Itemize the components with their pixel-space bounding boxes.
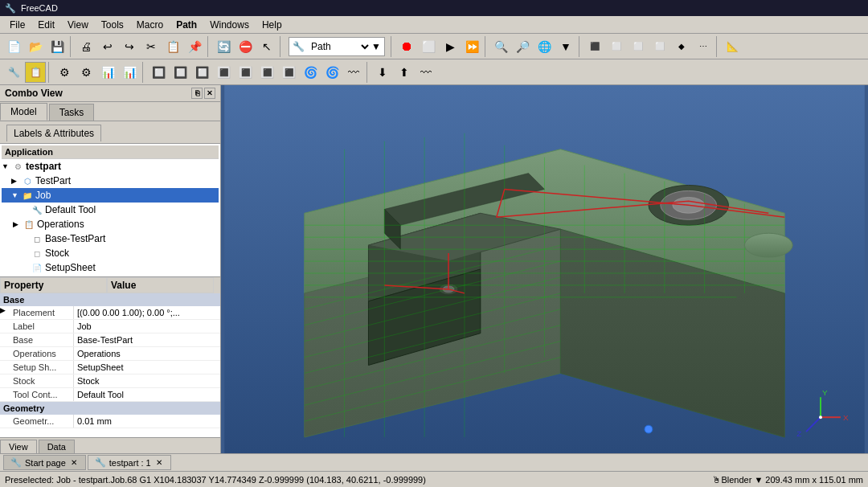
path-tb-1[interactable]: 🔧 — [3, 62, 24, 83]
path-tb-8[interactable]: 🔲 — [170, 62, 190, 83]
cut-button[interactable]: ✂ — [141, 36, 162, 57]
combo-float-button[interactable]: ⎘ — [191, 88, 203, 99]
tree-item-testpart[interactable]: ▼ ⚙ testpart — [2, 159, 219, 174]
path-tb-18[interactable]: ⬆ — [394, 62, 415, 83]
testpart-icon: 🔧 — [95, 457, 106, 468]
path-select[interactable]: Path — [308, 40, 371, 53]
path-tb-2[interactable]: 📋 — [25, 62, 46, 83]
path-tb-13[interactable]: 🔳 — [278, 62, 299, 83]
tree-item-operations[interactable]: ▶ 📋 Operations — [2, 217, 219, 231]
path-tb-9[interactable]: 🔲 — [191, 62, 212, 83]
path-tb-19[interactable]: 〰 — [416, 62, 436, 83]
path-tb-14[interactable]: 🌀 — [300, 62, 321, 83]
expand-arrow-testpart: ▼ — [2, 162, 11, 170]
testpart-close-button[interactable]: ✕ — [154, 458, 164, 468]
dropdown-arrow-icon: ▼ — [371, 41, 381, 52]
view-home-button[interactable]: ⬛ — [584, 36, 605, 57]
view-front-button[interactable]: ⬜ — [606, 36, 627, 57]
tb2-sep-3 — [366, 62, 370, 83]
path-dropdown[interactable]: 🔧 Path ▼ — [289, 37, 385, 56]
start-page-close-button[interactable]: ✕ — [69, 458, 79, 468]
menu-windows[interactable]: Windows — [203, 18, 256, 32]
stock-prop-icon — [0, 374, 10, 387]
3d-scene: X Y Z — [221, 85, 868, 453]
3d-viewport[interactable]: X Y Z — [221, 85, 868, 453]
stock-icon: ◻ — [31, 247, 43, 260]
stop-button[interactable]: ⛔ — [235, 36, 256, 57]
view-more-button[interactable]: ⋯ — [693, 36, 714, 57]
prop-section-base: Base — [0, 293, 220, 306]
prop-row-stock: Stock Stock — [0, 374, 220, 388]
open-file-button[interactable]: 📂 — [25, 36, 46, 57]
play-button[interactable]: ▶ — [440, 36, 461, 57]
path-tb-6[interactable]: 📊 — [119, 62, 140, 83]
new-file-button[interactable]: 📄 — [3, 36, 24, 57]
start-page-label: Start page — [25, 458, 66, 468]
path-tb-4[interactable]: ⚙ — [76, 62, 96, 83]
bottom-tab-data[interactable]: Data — [39, 440, 75, 453]
property-table: Base ▶ Placement [(0.00 0.00 1.00); 0.00… — [0, 293, 220, 437]
path-tb-15[interactable]: 🌀 — [321, 62, 342, 83]
expand-arrow-setupsheet — [21, 264, 31, 272]
labels-attributes-tab[interactable]: Labels & Attributes — [6, 125, 101, 141]
tree-item-job[interactable]: ▼ 📁 Job — [2, 188, 219, 203]
tree-item-setupsheet[interactable]: 📄 SetupSheet — [2, 260, 219, 275]
stop-record-button[interactable]: ⬜ — [418, 36, 439, 57]
menu-path[interactable]: Path — [170, 18, 203, 32]
save-file-button[interactable]: 💾 — [47, 36, 68, 57]
path-tb-10[interactable]: 🔳 — [213, 62, 234, 83]
undo-button[interactable]: ↩ — [97, 36, 118, 57]
redo-button[interactable]: ↪ — [119, 36, 140, 57]
view-iso-button[interactable]: ◆ — [671, 36, 692, 57]
fast-forward-button[interactable]: ⏩ — [461, 36, 482, 57]
zoom-out-button[interactable]: 🔎 — [512, 36, 533, 57]
record-button[interactable]: ⏺ — [396, 36, 417, 57]
path-tb-12[interactable]: 🔳 — [256, 62, 277, 83]
tab-model[interactable]: Model — [0, 103, 47, 121]
zoom-fit-button[interactable]: 🔍 — [490, 36, 511, 57]
paste-button[interactable]: 📌 — [184, 36, 205, 57]
path-tb-16[interactable]: 〰 — [343, 62, 364, 83]
prop-row-placement[interactable]: ▶ Placement [(0.00 0.00 1.00); 0.00 °;..… — [0, 306, 220, 320]
tree-label-job: Job — [35, 190, 51, 201]
statusbar: Preselected: Job - testpart.Job.68 G1 X1… — [0, 471, 868, 487]
tree-item-default-tool[interactable]: 🔧 Default Tool — [2, 203, 219, 217]
view-top-button[interactable]: ⬜ — [628, 36, 649, 57]
measure-button[interactable]: 📐 — [722, 36, 743, 57]
tab-testpart[interactable]: 🔧 testpart : 1 ✕ — [88, 455, 171, 470]
setup-expand-icon — [0, 361, 10, 374]
operations-expand-icon — [0, 347, 10, 360]
pointer-button[interactable]: ↖ — [256, 36, 277, 57]
tree-item-testpart-part[interactable]: ▶ ⬡ TestPart — [2, 174, 219, 188]
tab-tasks[interactable]: Tasks — [49, 104, 95, 121]
toolbar-separator-1 — [70, 36, 73, 57]
menu-tools[interactable]: Tools — [95, 18, 130, 32]
menu-view[interactable]: View — [61, 18, 95, 32]
menu-help[interactable]: Help — [256, 18, 289, 32]
tree-item-stock[interactable]: ◻ Stock — [2, 246, 219, 260]
prop-key-operations: Operations — [10, 347, 74, 360]
prop-row-base: Base Base-TestPart — [0, 334, 220, 347]
view-right-button[interactable]: ⬜ — [649, 36, 670, 57]
menu-macro[interactable]: Macro — [130, 18, 170, 32]
copy-button[interactable]: 📋 — [162, 36, 183, 57]
blender-indicator: 🖱 — [712, 475, 721, 485]
path-tb-3[interactable]: ⚙ — [54, 62, 75, 83]
path-tb-7[interactable]: 🔲 — [148, 62, 169, 83]
print-button[interactable]: 🖨 — [76, 36, 96, 57]
draw-style-button[interactable]: 🌐 — [534, 36, 555, 57]
tab-start-page[interactable]: 🔧 Start page ✕ — [3, 455, 86, 470]
tree-item-base-testpart[interactable]: ◻ Base-TestPart — [2, 231, 219, 246]
path-tb-17[interactable]: ⬇ — [372, 62, 393, 83]
svg-point-53 — [819, 415, 822, 419]
testpart-label: testpart : 1 — [109, 458, 151, 468]
menu-edit[interactable]: Edit — [31, 18, 61, 32]
path-tb-5[interactable]: 📊 — [97, 62, 118, 83]
combo-close-button[interactable]: ✕ — [204, 88, 215, 99]
refresh-button[interactable]: 🔄 — [213, 36, 234, 57]
menu-file[interactable]: File — [3, 18, 31, 32]
dropdown-arrow-button[interactable]: ▼ — [555, 36, 576, 57]
path-tb-11[interactable]: 🔳 — [235, 62, 256, 83]
bottom-tab-view[interactable]: View — [0, 440, 37, 453]
bottom-tabs: View Data — [0, 437, 220, 453]
